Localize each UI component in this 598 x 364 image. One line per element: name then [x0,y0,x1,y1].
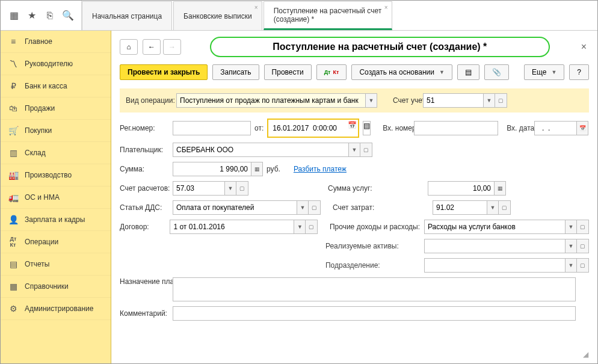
contract-input[interactable] [170,220,294,234]
open-icon[interactable]: ▢ [577,258,589,273]
factory-icon: 🏭 [8,170,19,180]
costacc-input[interactable] [433,200,487,215]
sidebar-item-admin[interactable]: ⚙Администрирование [1,298,111,320]
sidebar-item-operations[interactable]: ДтКтОперации [1,231,111,253]
dds-input[interactable] [173,200,297,215]
open-icon[interactable]: ▢ [499,200,511,215]
regno-input[interactable] [173,121,251,135]
costacc-label: Счет затрат: [333,203,429,212]
open-icon[interactable]: ▢ [360,143,372,157]
star-icon[interactable]: ★ [26,10,38,22]
close-icon[interactable]: × [384,4,388,11]
sidebar-item-reports[interactable]: ▤Отчеты [1,253,111,276]
from-label: от: [254,124,264,132]
payer-input[interactable] [173,143,348,157]
op-type-section: Вид операции: ▼ Счет учета: ▼▢ [120,88,589,113]
dropdown-icon[interactable]: ▼ [294,220,306,234]
servicesum-label: Сумма услуг: [328,184,424,193]
tab-bank[interactable]: Банковские выписки× [173,1,262,30]
gear-icon: ⚙ [8,303,19,314]
purpose-input[interactable] [173,277,576,301]
btn-label: Еще [532,68,546,76]
comment-input[interactable] [173,306,576,321]
more-button[interactable]: Еще▼ [524,64,564,80]
sidebar-item-warehouse[interactable]: ▥Склад [1,142,111,164]
create-based-button[interactable]: Создать на основании▼ [351,64,452,80]
dropdown-icon[interactable]: ▼ [565,239,577,253]
help-button[interactable]: ? [569,64,589,80]
close-icon[interactable]: × [254,4,258,11]
sidebar-item-assets[interactable]: 🚛ОС и НМА [1,187,111,209]
sidebar-item-production[interactable]: 🏭Производство [1,164,111,187]
division-input[interactable] [424,258,565,273]
print-button[interactable]: ▤ [457,64,479,80]
sidebar-item-hr[interactable]: 👤Зарплата и кадры [1,209,111,231]
sidebar-label: Зарплата и кадры [25,215,85,224]
dropdown-icon[interactable]: ▼ [565,220,577,234]
sum-input[interactable] [173,162,251,176]
dropdown-icon[interactable]: ▼ [565,258,577,273]
open-icon[interactable]: ▢ [577,239,589,253]
save-button[interactable]: Записать [212,64,259,80]
op-type-input[interactable] [176,93,365,108]
other-label: Прочие доходы и расходы: [330,223,421,231]
clip-icon[interactable]: ⎘ [44,10,56,22]
truck-icon: 🚛 [8,192,19,203]
sidebar-item-catalogs[interactable]: ▦Справочники [1,276,111,298]
regno-label: Рег.номер: [120,124,169,132]
main-area: ≡Главное 〽Руководителю ₽Банк и касса 🛍Пр… [1,31,597,364]
dropdown-icon[interactable]: ▼ [224,181,236,196]
assets-input[interactable] [424,239,565,253]
back-button[interactable]: ← [143,39,161,55]
open-icon[interactable]: ▢ [577,220,589,234]
sidebar-item-purchases[interactable]: 🛒Покупки [1,120,111,142]
post-and-close-button[interactable]: Провести и закрыть [120,64,208,80]
tab-home[interactable]: Начальная страница [82,1,172,30]
sidebar-item-manager[interactable]: 〽Руководителю [1,53,111,75]
servicesum-input[interactable] [428,181,494,196]
dropdown-icon[interactable]: ▼ [365,93,377,108]
settle-input[interactable] [173,181,224,196]
dropdown-icon[interactable]: ▼ [297,200,309,215]
sidebar-item-bank[interactable]: ₽Банк и касса [1,75,111,97]
open-icon[interactable]: ▢ [495,93,507,108]
dtkt-button[interactable]: ДтКт [316,64,347,80]
sidebar: ≡Главное 〽Руководителю ₽Банк и касса 🛍Пр… [1,31,111,364]
split-link[interactable]: Разбить платеж [294,165,347,173]
sidebar-item-main[interactable]: ≡Главное [1,31,111,53]
tab-receipt[interactable]: Поступление на расчетный счет (создание)… [264,1,392,30]
sidebar-label: Отчеты [25,260,49,268]
forward-button[interactable]: → [163,39,181,55]
assets-label: Реализуемые активы: [325,242,421,250]
account-label: Счет учета: [393,96,419,105]
open-icon[interactable]: ▢ [309,200,321,215]
calc-icon[interactable]: ▦ [494,181,506,196]
calendar-icon[interactable]: 📅 [348,121,357,133]
post-button[interactable]: Провести [264,64,312,80]
open-icon[interactable]: ▢ [306,220,318,234]
search-icon[interactable]: 🔍 [62,10,74,22]
calc-icon[interactable]: ▦ [251,162,263,176]
dropdown-icon[interactable]: ▼ [483,93,495,108]
indate-input[interactable] [534,121,576,135]
date-input[interactable] [270,121,348,135]
scroll-icon[interactable]: ◢ [583,350,595,362]
home-button[interactable]: ⌂ [120,39,138,55]
report-icon: ▤ [8,259,19,270]
sidebar-label: Банк и касса [25,82,67,90]
inno-input[interactable] [414,121,498,135]
sidebar-label: ОС и НМА [25,193,60,202]
other-input[interactable] [424,220,565,234]
calendar-icon[interactable]: 📅 [576,121,588,135]
mode-icon[interactable]: ▤ [363,121,371,135]
attach-button[interactable]: 📎 [484,64,509,80]
dropdown-icon[interactable]: ▼ [487,200,499,215]
close-icon[interactable]: × [579,39,589,55]
open-icon[interactable]: ▢ [236,181,248,196]
dropdown-icon[interactable]: ▼ [348,143,360,157]
settle-label: Счет расчетов: [120,184,169,193]
account-input[interactable] [423,93,483,108]
apps-icon[interactable]: ▦ [8,10,20,22]
sidebar-item-sales[interactable]: 🛍Продажи [1,97,111,120]
sidebar-label: Руководителю [25,60,73,68]
